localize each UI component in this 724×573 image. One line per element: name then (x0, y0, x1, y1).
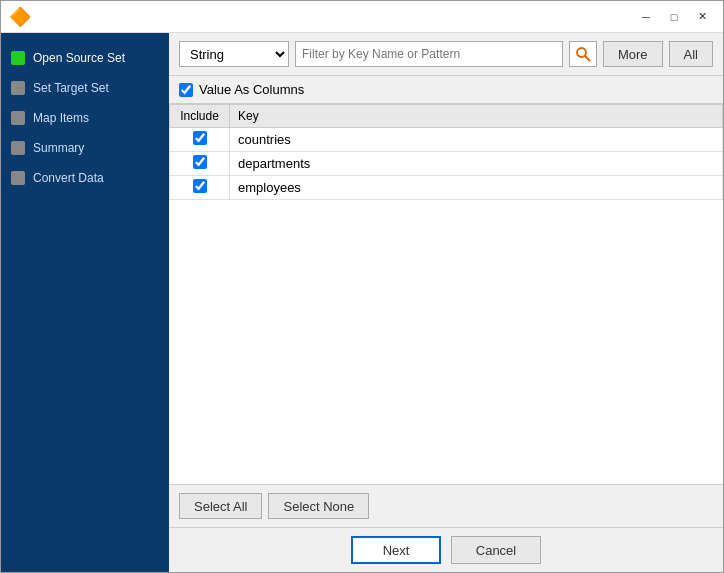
sidebar-item-map-items[interactable]: Map Items (1, 103, 169, 133)
search-button[interactable] (569, 41, 597, 67)
title-bar-left: 🔶 (9, 6, 31, 28)
all-button[interactable]: All (669, 41, 713, 67)
value-as-columns-label: Value As Columns (199, 82, 304, 97)
svg-line-1 (585, 56, 590, 61)
col-header-include: Include (170, 105, 230, 128)
col-header-key: Key (230, 105, 723, 128)
sidebar-label-open-source-set: Open Source Set (33, 51, 125, 65)
close-button[interactable]: ✕ (689, 6, 715, 28)
cell-include-1 (170, 152, 230, 176)
value-as-columns-checkbox[interactable] (179, 83, 193, 97)
footer: Next Cancel (169, 527, 723, 572)
main-window: 🔶 ─ □ ✕ Open Source Set Set Target Set M… (0, 0, 724, 573)
sidebar-label-convert-data: Convert Data (33, 171, 104, 185)
bottom-bar: Select All Select None (169, 484, 723, 527)
title-bar: 🔶 ─ □ ✕ (1, 1, 723, 33)
step-indicator-summary (11, 141, 25, 155)
sidebar-label-set-target-set: Set Target Set (33, 81, 109, 95)
select-none-button[interactable]: Select None (268, 493, 369, 519)
minimize-button[interactable]: ─ (633, 6, 659, 28)
sidebar: Open Source Set Set Target Set Map Items… (1, 33, 169, 572)
search-icon (575, 46, 591, 62)
value-as-columns-row: Value As Columns (169, 76, 723, 104)
window-controls: ─ □ ✕ (633, 6, 715, 28)
cell-key-2: employees (230, 176, 723, 200)
checkbox-row-1[interactable] (193, 155, 207, 169)
table-header-row: Include Key (170, 105, 723, 128)
step-indicator-set-target (11, 81, 25, 95)
cell-include-2 (170, 176, 230, 200)
step-indicator-convert-data (11, 171, 25, 185)
table-row: departments (170, 152, 723, 176)
type-select[interactable]: String Integer Boolean Array Object (179, 41, 289, 67)
sidebar-item-summary[interactable]: Summary (1, 133, 169, 163)
table-container: Include Key countriesdepartmentsemployee… (169, 104, 723, 484)
next-button[interactable]: Next (351, 536, 441, 564)
cancel-button[interactable]: Cancel (451, 536, 541, 564)
filter-input[interactable] (295, 41, 563, 67)
sidebar-item-open-source-set[interactable]: Open Source Set (1, 43, 169, 73)
cell-key-0: countries (230, 128, 723, 152)
keys-table: Include Key countriesdepartmentsemployee… (169, 104, 723, 200)
sidebar-item-set-target-set[interactable]: Set Target Set (1, 73, 169, 103)
checkbox-row-2[interactable] (193, 179, 207, 193)
sidebar-item-convert-data[interactable]: Convert Data (1, 163, 169, 193)
toolbar: String Integer Boolean Array Object More… (169, 33, 723, 76)
more-button[interactable]: More (603, 41, 663, 67)
step-indicator-map-items (11, 111, 25, 125)
app-icon: 🔶 (9, 6, 31, 28)
maximize-button[interactable]: □ (661, 6, 687, 28)
sidebar-label-map-items: Map Items (33, 111, 89, 125)
select-all-button[interactable]: Select All (179, 493, 262, 519)
cell-key-1: departments (230, 152, 723, 176)
right-panel: String Integer Boolean Array Object More… (169, 33, 723, 572)
step-indicator-open-source (11, 51, 25, 65)
checkbox-row-0[interactable] (193, 131, 207, 145)
main-content: Open Source Set Set Target Set Map Items… (1, 33, 723, 572)
table-row: employees (170, 176, 723, 200)
sidebar-label-summary: Summary (33, 141, 84, 155)
table-row: countries (170, 128, 723, 152)
cell-include-0 (170, 128, 230, 152)
